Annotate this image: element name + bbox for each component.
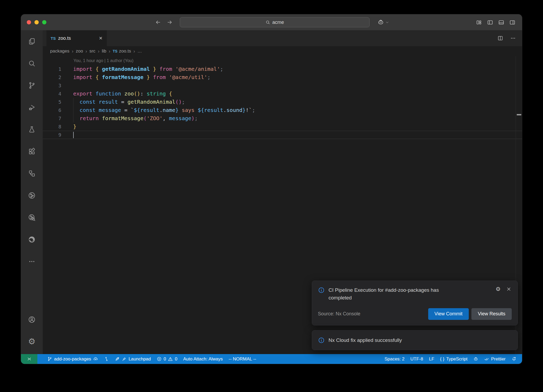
activity-item-run-and-debug[interactable] [21, 96, 43, 118]
activity-item-settings[interactable]: ⚙ [21, 330, 43, 352]
breadcrumb-item-zoo-ts[interactable]: TSzoo.ts [113, 49, 131, 54]
tab-zoo-ts[interactable]: TS zoo.ts ✕ [46, 30, 107, 46]
debug-icon [28, 103, 36, 111]
go-forward-icon[interactable] [167, 19, 173, 25]
activity-bar: ⚙ [21, 30, 43, 354]
activity-item-accounts[interactable] [21, 308, 43, 330]
notification-center: CI Pipeline Execution for #add-zoo-packa… [312, 281, 518, 350]
line-content: return formatMessage('ZOO', message); [61, 114, 522, 123]
status-item-language[interactable]: { }TypeScript [437, 354, 470, 364]
breadcrumb-item-packages[interactable]: packages [50, 49, 69, 54]
breadcrumb-item-src[interactable]: src [89, 49, 95, 54]
status-item-branch[interactable]: add-zoo-packages [44, 354, 101, 364]
toggle-secondary-sidebar-icon[interactable] [509, 19, 516, 26]
line-number[interactable]: 2 [43, 73, 61, 81]
copilot-icon [473, 356, 478, 361]
tab-label: zoo.ts [58, 36, 71, 41]
code-line-1[interactable]: 1import { getRandomAnimal } from '@acme/… [43, 65, 522, 73]
error-circle-icon [157, 356, 162, 361]
status-item-eol[interactable]: LF [426, 354, 437, 364]
status-item-formatter[interactable]: Prettier [481, 354, 509, 364]
command-center-text: acme [272, 20, 284, 25]
activity-item-explorer[interactable] [21, 30, 43, 52]
status-text: { } [440, 356, 444, 362]
code-line-4[interactable]: 4export function zoo(): string { [43, 90, 522, 98]
code-line-7[interactable]: 7 return formatMessage('ZOO', message); [43, 114, 522, 123]
activity-item-circle-graph-search[interactable] [21, 206, 43, 228]
notification-close-icon[interactable] [506, 286, 512, 292]
status-item-commit-graph[interactable] [101, 354, 112, 364]
view-results-button[interactable]: View Results [471, 308, 512, 320]
close-tab-icon[interactable]: ✕ [99, 36, 103, 41]
code-line-3[interactable]: 3 [43, 81, 522, 90]
customize-layout-icon[interactable] [476, 19, 482, 26]
activity-item-connected-squares[interactable] [21, 162, 43, 184]
notification-settings-icon[interactable]: ⚙ [496, 286, 501, 292]
command-center-search[interactable]: acme [180, 17, 370, 27]
toggle-panel-icon[interactable] [498, 19, 505, 26]
circle-graph-icon [28, 191, 36, 199]
go-back-icon[interactable] [155, 19, 161, 25]
breadcrumb-item-zoo[interactable]: zoo [76, 49, 83, 54]
status-item-remote[interactable] [21, 354, 37, 364]
status-text: Prettier [491, 356, 506, 362]
minimize-window-button[interactable] [34, 20, 39, 24]
search-icon [265, 20, 270, 25]
status-item-copilot[interactable] [470, 354, 481, 364]
line-number[interactable]: 7 [43, 114, 61, 123]
layout-controls [476, 14, 516, 30]
view-commit-button[interactable]: View Commit [428, 308, 469, 320]
line-number[interactable]: 8 [43, 123, 61, 131]
line-number[interactable]: 1 [43, 65, 61, 73]
notification-message: Nx Cloud fix applied successfully [329, 336, 402, 344]
close-window-button[interactable] [27, 20, 31, 24]
toggle-primary-sidebar-icon[interactable] [487, 19, 493, 26]
activity-item-circle-graph[interactable] [21, 184, 43, 206]
line-content: export function zoo(): string { [61, 90, 522, 98]
activity-item-testing[interactable] [21, 118, 43, 140]
line-number[interactable]: 9 [43, 131, 61, 139]
code-line-5[interactable]: 5 const result = getRandomAnimal(); [43, 98, 522, 106]
zoom-window-button[interactable] [42, 20, 46, 24]
line-number[interactable]: 3 [43, 81, 61, 90]
typescript-file-icon: TS [113, 49, 117, 53]
status-item-auto-attach[interactable]: Auto Attach: Always [180, 354, 226, 364]
activity-item-edge-devtools[interactable] [21, 228, 43, 250]
cloud-upload-icon [93, 356, 98, 361]
code-line-9[interactable]: 9 [43, 131, 522, 139]
status-item-indentation[interactable]: Spaces: 2 [382, 354, 408, 364]
line-number[interactable]: 6 [43, 106, 61, 114]
info-icon [318, 337, 325, 344]
split-editor-icon[interactable] [497, 35, 503, 41]
info-icon [318, 287, 325, 302]
activity-item-extensions[interactable] [21, 140, 43, 162]
breadcrumb-item-lib[interactable]: lib [102, 49, 106, 54]
line-number[interactable]: 5 [43, 98, 61, 106]
more-actions-icon[interactable] [510, 35, 516, 41]
activity-item-source-control[interactable] [21, 74, 43, 96]
typescript-file-icon: TS [51, 36, 56, 41]
status-text: UTF-8 [410, 356, 423, 362]
code-line-6[interactable]: 6 const message = `${result.name} says $… [43, 106, 522, 114]
history-nav [155, 14, 173, 30]
breadcrumb-separator: › [109, 49, 110, 54]
status-item-problems[interactable]: 00 [154, 354, 180, 364]
activity-item-search[interactable] [21, 52, 43, 74]
check-all-icon [484, 356, 489, 361]
source-control-icon [28, 81, 36, 89]
code-line-8[interactable]: 8} [43, 123, 522, 131]
editor-actions [497, 30, 522, 46]
traffic-lights [27, 14, 46, 30]
circle-graph-search-icon [28, 214, 36, 221]
status-item-launchpad[interactable]: Launchpad [112, 354, 154, 364]
activity-item-additional-views[interactable] [21, 250, 43, 272]
breadcrumb-item--[interactable]: … [137, 49, 142, 54]
status-item-encoding[interactable]: UTF-8 [408, 354, 426, 364]
code-line-2[interactable]: 2import { formatMessage } from '@acme/ut… [43, 73, 522, 81]
remote-icon [27, 356, 32, 361]
status-item-vim-mode[interactable]: -- NORMAL -- [226, 354, 259, 364]
status-item-notifications[interactable] [509, 354, 519, 364]
line-number[interactable]: 4 [43, 90, 61, 98]
line-content: import { getRandomAnimal } from '@acme/a… [61, 65, 522, 73]
copilot-menu[interactable] [377, 14, 389, 30]
